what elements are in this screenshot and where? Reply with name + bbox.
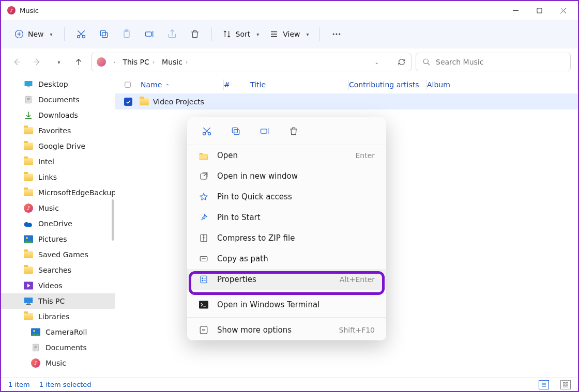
maximize-button[interactable] xyxy=(527,3,551,18)
svg-point-12 xyxy=(423,59,428,64)
ctx-copy-as-path[interactable]: Copy as path xyxy=(187,248,386,269)
delete-button[interactable] xyxy=(184,24,206,44)
ctx-item-label: Compress to ZIP file xyxy=(217,233,295,243)
terminal-icon xyxy=(199,300,209,310)
forward-button[interactable] xyxy=(29,54,45,70)
column-name[interactable]: Name xyxy=(141,81,223,89)
properties-icon xyxy=(199,274,209,285)
pictures-icon xyxy=(24,234,33,244)
svg-point-10 xyxy=(336,34,337,35)
up-button[interactable] xyxy=(70,54,87,70)
sidebar-item-downloads[interactable]: Downloads xyxy=(1,107,115,123)
search-box[interactable]: Search Music xyxy=(416,53,571,71)
svg-point-17 xyxy=(26,237,28,239)
ctx-open-in-new-window[interactable]: Open in new window xyxy=(187,166,386,186)
details-view-button[interactable] xyxy=(539,380,549,389)
sidebar-item-cameraroll[interactable]: CameraRoll xyxy=(1,324,115,340)
ctx-properties[interactable]: PropertiesAlt+Enter xyxy=(187,269,386,290)
sidebar-item-label: MicrosoftEdgeBackups xyxy=(38,189,115,197)
column-album[interactable]: Album xyxy=(427,81,577,89)
scrollbar[interactable] xyxy=(112,199,114,241)
sidebar-item-searches[interactable]: Searches xyxy=(1,262,115,278)
sidebar-item-documents[interactable]: Documents xyxy=(1,92,115,107)
sidebar-item-onedrive[interactable]: OneDrive xyxy=(1,216,115,231)
title-bar: ♪ Music xyxy=(1,1,578,20)
sidebar-item-saved-games[interactable]: Saved Games xyxy=(1,247,115,262)
svg-rect-8 xyxy=(145,32,151,36)
sidebar-item-libraries[interactable]: Libraries xyxy=(1,309,115,324)
svg-rect-42 xyxy=(200,326,207,334)
sidebar-item-music[interactable]: ♪Music xyxy=(1,355,115,371)
refresh-button[interactable] xyxy=(398,58,406,66)
svg-point-9 xyxy=(332,34,334,35)
ctx-delete-button[interactable] xyxy=(284,122,303,140)
row-checkbox[interactable] xyxy=(124,98,132,106)
folder-icon xyxy=(24,312,33,321)
view-button[interactable]: View ▾ xyxy=(264,26,314,42)
recent-dropdown[interactable]: ▾ xyxy=(50,54,66,70)
minimize-button[interactable] xyxy=(504,3,527,18)
path-icon xyxy=(199,254,209,264)
address-dropdown[interactable]: ⌄ xyxy=(375,59,379,65)
ctx-pin-to-quick-access[interactable]: Pin to Quick access xyxy=(187,186,386,207)
ctx-cut-button[interactable] xyxy=(197,122,216,140)
column-title[interactable]: Title xyxy=(250,81,348,89)
sidebar-item-label: Intel xyxy=(38,158,54,166)
ctx-open[interactable]: OpenEnter xyxy=(187,145,386,166)
cut-button[interactable] xyxy=(70,24,93,44)
thumbnails-view-button[interactable] xyxy=(560,380,571,389)
sidebar-item-intel[interactable]: Intel xyxy=(1,154,115,169)
sidebar-item-links[interactable]: Links xyxy=(1,169,115,185)
ctx-item-hint: Shift+F10 xyxy=(339,326,375,334)
sidebar-item-videos[interactable]: Videos xyxy=(1,278,115,293)
search-placeholder: Search Music xyxy=(436,58,483,66)
sort-button[interactable]: Sort ▾ xyxy=(217,26,265,42)
svg-rect-29 xyxy=(566,385,568,387)
ctx-copy-button[interactable] xyxy=(226,122,245,140)
sidebar-item-this-pc[interactable]: This PC xyxy=(1,293,115,309)
svg-rect-26 xyxy=(563,382,566,384)
sidebar-item-google-drive[interactable]: Google Drive xyxy=(1,138,115,154)
app-icon: ♪ xyxy=(7,6,16,14)
rename-button[interactable] xyxy=(138,24,161,44)
file-row[interactable]: Video Projects xyxy=(115,94,578,109)
svg-rect-5 xyxy=(100,30,105,36)
ctx-pin-to-start[interactable]: Pin to Start xyxy=(187,207,386,228)
share-button[interactable] xyxy=(161,24,184,44)
ctx-item-label: Properties xyxy=(217,275,256,284)
desktop-icon xyxy=(24,80,33,89)
svg-rect-41 xyxy=(199,301,208,309)
svg-rect-32 xyxy=(234,129,239,134)
sidebar-item-desktop[interactable]: Desktop xyxy=(1,76,115,92)
breadcrumb[interactable]: Music› xyxy=(162,58,190,66)
copy-button[interactable] xyxy=(93,24,115,44)
svg-rect-33 xyxy=(232,128,237,133)
svg-rect-20 xyxy=(27,304,30,305)
ctx-show-more-options[interactable]: Show more optionsShift+F10 xyxy=(187,320,386,340)
breadcrumb[interactable]: This PC› xyxy=(123,58,157,66)
sidebar-item-favorites[interactable]: Favorites xyxy=(1,123,115,138)
column-header: Name # Title Contributing artists Album xyxy=(115,75,578,94)
ctx-rename-button[interactable] xyxy=(255,122,274,140)
sidebar-item-label: Favorites xyxy=(38,127,71,135)
back-button[interactable] xyxy=(8,54,25,70)
paste-button[interactable] xyxy=(115,24,138,44)
more-icon xyxy=(199,325,209,335)
column-number[interactable]: # xyxy=(224,81,250,89)
sidebar-item-music[interactable]: ♪Music xyxy=(1,200,115,216)
sort-asc-icon xyxy=(165,82,170,87)
column-artists[interactable]: Contributing artists xyxy=(349,81,426,89)
select-all-checkbox[interactable] xyxy=(124,81,131,88)
sidebar-item-pictures[interactable]: Pictures xyxy=(1,231,115,247)
new-button[interactable]: New ▾ xyxy=(8,26,59,42)
sidebar-item-microsoftedgebackups[interactable]: MicrosoftEdgeBackups xyxy=(1,185,115,200)
ctx-open-in-windows-terminal[interactable]: Open in Windows Terminal xyxy=(187,294,386,315)
address-bar[interactable]: › This PC› Music› ⌄ xyxy=(91,53,412,71)
more-button[interactable] xyxy=(325,24,348,44)
sidebar-item-label: Pictures xyxy=(38,235,67,243)
sidebar-item-label: Documents xyxy=(38,96,80,104)
sidebar-item-documents[interactable]: Documents xyxy=(1,340,115,355)
sidebar-item-label: CameraRoll xyxy=(45,328,87,336)
close-button[interactable] xyxy=(551,3,575,18)
ctx-compress-to-zip-file[interactable]: Compress to ZIP file xyxy=(187,228,386,248)
